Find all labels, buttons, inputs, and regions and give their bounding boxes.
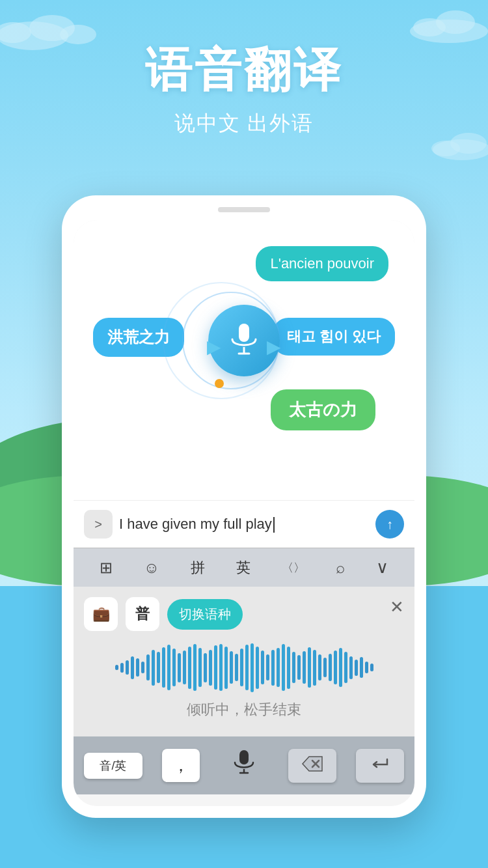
translation-area: L'ancien pouvoir 洪荒之力 태고 힘이 있다 太古の力 [74,220,414,500]
wave-bar [297,655,301,680]
wave-bar [323,658,327,677]
wave-bar [141,662,144,673]
waveform [84,641,404,693]
wave-bar [240,649,243,686]
briefcase-icon: 💼 [92,606,110,623]
wave-bar [152,650,155,686]
more-icon[interactable]: ∨ [371,555,394,580]
symbol-button[interactable]: 〈〉 [277,557,310,578]
phone-outer: L'ancien pouvoir 洪荒之力 태고 힘이 있다 太古の力 [62,195,426,818]
phone-mockup: L'ancien pouvoir 洪荒之力 태고 힘이 있다 太古の力 [62,195,426,818]
arrow-left-icon: ▶ [207,336,221,357]
wave-bar [198,648,202,687]
wave-bar [131,656,134,679]
wave-bar [245,645,249,690]
arrow-right-icon: ▶ [267,336,281,357]
close-button[interactable]: ✕ [390,597,404,617]
enter-button[interactable] [356,749,404,783]
input-bar: > I have given my full play ↑ [74,500,414,548]
wave-bar [115,665,118,670]
wave-bar [308,647,311,688]
wave-bar [339,648,342,687]
enter-icon [369,755,391,772]
speech-icon: 普 [135,604,150,624]
switch-language-button[interactable]: 切换语种 [167,599,243,630]
delete-icon [301,755,323,772]
english-button[interactable]: 英 [231,555,256,580]
wave-bar [318,654,321,680]
wave-bar [334,651,337,684]
pinyin-button[interactable]: 拼 [185,555,210,580]
wave-bar [126,660,129,675]
wave-bar [167,645,170,690]
wave-bar [329,654,332,681]
orange-dot [215,379,224,388]
wave-bar [277,648,280,687]
wave-bar [146,654,150,680]
wave-bar [178,653,181,682]
wave-bar [292,652,295,683]
emoji-icon[interactable]: ☺ [139,556,165,580]
sub-title: 说中文 出外语 [0,109,488,138]
input-mode-button[interactable]: 音/英 [84,753,142,779]
bubble-french: L'ancien pouvoir [256,246,388,281]
bubble-korean: 태고 힘이 있다 [273,318,395,356]
mic-icon [228,322,260,359]
wave-bar [183,651,186,684]
header: 语音翻译 说中文 出外语 [0,39,488,138]
wave-bar [370,664,373,671]
keyboard-mic-icon [232,749,256,777]
wave-bar [136,658,139,677]
arrow-icon: > [94,517,102,532]
input-text: I have given my full play [119,516,272,532]
wave-bar [360,657,363,678]
wave-bar [365,662,368,673]
wave-bar [261,651,264,684]
wave-bar [214,645,217,690]
wave-bar [266,654,269,680]
wave-bar [209,650,212,686]
wave-bar [224,647,228,689]
phone-screen: L'ancien pouvoir 洪荒之力 태고 힘이 있다 太古の力 [74,220,414,806]
wave-bar [235,654,238,681]
wave-bar [251,643,254,692]
voice-panel-top: 💼 普 切换语种 ✕ [84,597,404,631]
comma-button[interactable]: ， [162,749,200,782]
wave-bar [349,656,353,679]
delete-button[interactable] [288,749,336,783]
wave-bar [193,644,197,691]
wave-bar [355,660,358,676]
svg-point-6 [413,18,446,36]
wave-bar [120,663,124,673]
input-cursor [273,517,275,533]
speech-mode-button[interactable]: 普 [126,597,159,631]
wave-bar [287,647,290,689]
keyboard-bottom: 音/英 ， [74,736,414,794]
wave-bar [256,647,259,689]
search-icon[interactable]: ⌕ [331,556,350,580]
bubble-japanese: 太古の力 [271,389,375,430]
wave-bar [303,651,306,684]
send-button[interactable]: ↑ [375,510,404,539]
wave-bar [162,647,165,688]
wave-bar [172,649,176,686]
keyboard-toolbar: ⊞ ☺ 拼 英 〈〉 ⌕ ∨ [74,548,414,587]
main-title: 语音翻译 [0,39,488,102]
svg-point-9 [431,141,460,156]
voice-panel: 💼 普 切换语种 ✕ 倾听中，松手结束 [74,587,414,736]
wave-bar [188,647,191,689]
wave-bar [204,653,207,682]
wave-bar [219,644,223,691]
svg-rect-13 [239,750,249,764]
input-arrow-button[interactable]: > [84,510,113,539]
send-icon: ↑ [386,517,393,532]
bubble-container: L'ancien pouvoir 洪荒之力 태고 힘이 있다 太古の力 [87,233,401,481]
grid-icon[interactable]: ⊞ [94,556,118,580]
briefcase-button[interactable]: 💼 [84,597,118,631]
wave-bar [282,644,285,691]
wave-bar [344,652,347,683]
mic-keyboard-button[interactable] [219,744,269,787]
voice-hint: 倾听中，松手结束 [84,700,404,720]
wave-bar [271,650,275,686]
input-field[interactable]: I have given my full play [119,516,369,533]
